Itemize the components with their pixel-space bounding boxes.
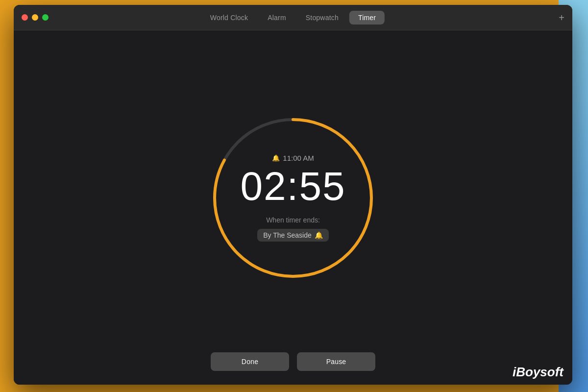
tab-stopwatch[interactable]: Stopwatch xyxy=(297,11,347,24)
done-button[interactable]: Done xyxy=(211,352,289,371)
timer-countdown: 02:55 xyxy=(240,166,345,206)
tab-bar: World Clock Alarm Stopwatch Timer xyxy=(201,11,385,24)
titlebar: World Clock Alarm Stopwatch Timer + xyxy=(14,5,572,30)
action-buttons: Done Pause xyxy=(211,352,375,371)
sound-name-text: By The Seaside xyxy=(263,231,312,239)
app-window: World Clock Alarm Stopwatch Timer + 🔔 11… xyxy=(14,5,572,385)
main-content: 🔔 11:00 AM 02:55 When timer ends: By The… xyxy=(14,30,572,385)
sound-emoji: 🔔 xyxy=(315,231,323,239)
circle-inner: 🔔 11:00 AM 02:55 When timer ends: By The… xyxy=(205,110,381,286)
add-button[interactable]: + xyxy=(559,13,564,23)
when-ends-label: When timer ends: xyxy=(266,216,320,224)
alarm-time-text: 11:00 AM xyxy=(283,154,314,162)
watermark-suffix: Boysoft xyxy=(516,365,564,379)
traffic-lights xyxy=(22,14,49,21)
timer-circle: 🔔 11:00 AM 02:55 When timer ends: By The… xyxy=(205,110,381,286)
sound-selector[interactable]: By The Seaside 🔔 xyxy=(257,229,329,242)
timer-container: 🔔 11:00 AM 02:55 When timer ends: By The… xyxy=(205,110,381,286)
tab-world-clock[interactable]: World Clock xyxy=(201,11,257,24)
alarm-time-display: 🔔 11:00 AM xyxy=(272,154,314,162)
close-button[interactable] xyxy=(22,14,28,21)
watermark-prefix: i xyxy=(513,365,516,379)
tab-alarm[interactable]: Alarm xyxy=(259,11,295,24)
bell-icon: 🔔 xyxy=(272,154,280,162)
watermark: iBoysoft xyxy=(513,365,564,380)
tab-timer[interactable]: Timer xyxy=(349,11,385,24)
minimize-button[interactable] xyxy=(32,14,38,21)
maximize-button[interactable] xyxy=(42,14,49,21)
pause-button[interactable]: Pause xyxy=(297,352,375,371)
